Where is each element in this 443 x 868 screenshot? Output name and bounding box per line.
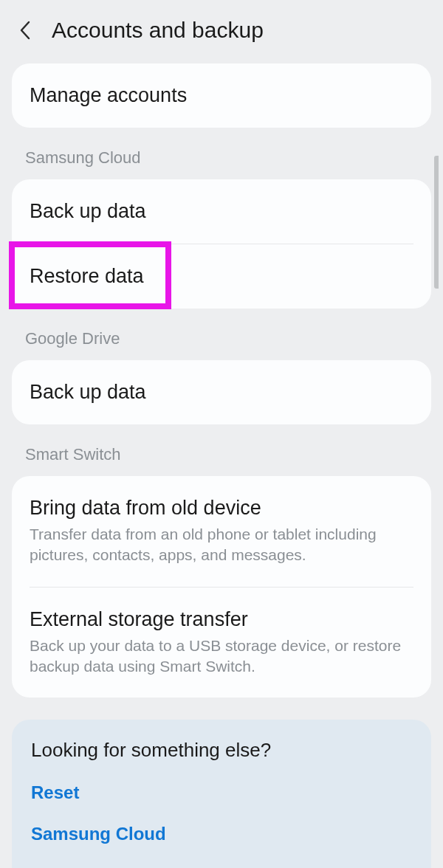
samsung-restore-item[interactable]: Restore data [12, 244, 431, 309]
reset-link[interactable]: Reset [31, 782, 412, 803]
samsung-backup-item[interactable]: Back up data [12, 179, 431, 244]
external-storage-item[interactable]: External storage transfer Back up your d… [12, 588, 431, 698]
samsung-restore-label: Restore data [30, 265, 413, 288]
google-backup-label: Back up data [30, 381, 413, 404]
samsung-backup-label: Back up data [30, 200, 413, 223]
bring-data-title: Bring data from old device [30, 497, 413, 520]
google-drive-card: Back up data [12, 360, 431, 424]
external-storage-title: External storage transfer [30, 608, 413, 631]
footer-card: Looking for something else? Reset Samsun… [12, 720, 431, 868]
external-storage-desc: Back up your data to a USB storage devic… [30, 636, 413, 678]
samsung-cloud-card: Back up data Restore data [12, 179, 431, 309]
bring-data-item[interactable]: Bring data from old device Transfer data… [12, 476, 431, 587]
footer-title: Looking for something else? [31, 739, 412, 762]
samsung-cloud-link[interactable]: Samsung Cloud [31, 824, 412, 844]
manage-card: Manage accounts [12, 63, 431, 128]
back-icon[interactable] [16, 21, 34, 39]
header: Accounts and backup [4, 4, 439, 58]
smart-switch-card: Bring data from old device Transfer data… [12, 476, 431, 698]
manage-accounts-item[interactable]: Manage accounts [12, 63, 431, 128]
section-samsung-cloud: Samsung Cloud [4, 134, 439, 173]
page-title: Accounts and backup [52, 18, 264, 43]
section-google-drive: Google Drive [4, 314, 439, 354]
section-smart-switch: Smart Switch [4, 430, 439, 470]
bring-data-desc: Transfer data from an old phone or table… [30, 524, 413, 566]
google-backup-item[interactable]: Back up data [12, 360, 431, 424]
scrollbar[interactable] [434, 156, 439, 289]
manage-accounts-label: Manage accounts [30, 84, 413, 107]
